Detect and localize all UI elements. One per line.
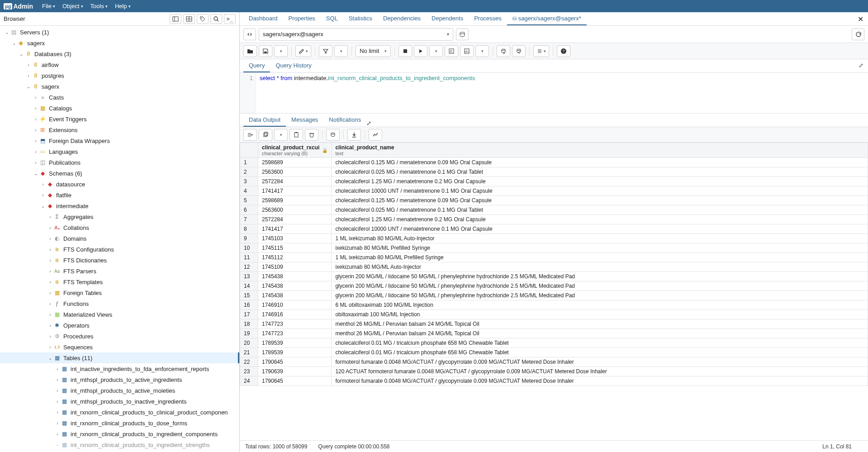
tree-toggle-icon[interactable]: › — [47, 247, 53, 252]
data-grid[interactable]: clinical_product_rxcui character varying… — [240, 143, 868, 386]
tree-toggle-icon[interactable]: › — [47, 214, 53, 219]
table-row[interactable]: 101745115ixekizumab 80 MG/ML Prefilled S… — [240, 243, 868, 253]
cell-product-name[interactable]: glycerin 200 MG/ML / lidocaine 50 MG/ML … — [332, 281, 868, 291]
editor-body[interactable]: select * from intermediate.int_rxnorm_cl… — [256, 73, 868, 113]
rollback-button[interactable] — [512, 45, 526, 57]
connection-status-icon[interactable] — [243, 29, 256, 40]
tree-toggle-icon[interactable]: ⌄ — [33, 171, 39, 176]
table-row[interactable]: 201789539cholecalciferol 0.01 MG / trica… — [240, 338, 868, 348]
cell-rxcui[interactable]: 1747723 — [258, 329, 332, 338]
tree-item[interactable]: ›int_rxnorm_clinical_products_to_ingredi… — [0, 439, 239, 450]
tab-statistics[interactable]: Statistics — [343, 12, 378, 25]
tree-toggle-icon[interactable]: › — [40, 193, 46, 198]
add-row-button[interactable] — [243, 129, 257, 141]
tree-item[interactable]: ›FTS Parsers — [0, 266, 239, 276]
table-row[interactable]: 171746916obiltoxaximab 100 MG/ML Injecti… — [240, 310, 868, 319]
cell-rxcui[interactable]: 1745438 — [258, 281, 332, 291]
table-row[interactable]: 211789539cholecalciferol 0.01 MG / trica… — [240, 348, 868, 357]
graph-visualize-button[interactable] — [369, 129, 382, 141]
tree-item[interactable]: ›FTS Dictionaries — [0, 255, 239, 266]
tree-toggle-icon[interactable]: › — [25, 62, 32, 67]
tree-item[interactable]: ›Operators — [0, 320, 239, 331]
tree-toggle-icon[interactable]: ⌄ — [47, 356, 53, 361]
cell-product-name[interactable]: cholecalciferol 0.125 MG / menatetrenone… — [332, 196, 868, 205]
tree-item[interactable]: ›Collations — [0, 222, 239, 233]
tree-item[interactable]: ›int_mthspl_products_to_active_moieties — [0, 385, 239, 396]
table-row[interactable]: 191747723menthol 26 MG/ML / Peruvian bal… — [240, 329, 868, 338]
tree-toggle-icon[interactable]: › — [33, 138, 39, 143]
tab-data-output[interactable]: Data Output — [243, 114, 286, 127]
tree-item[interactable]: ⌄Databases (3) — [0, 48, 239, 59]
macros-button[interactable]: ▾ — [533, 45, 549, 57]
cell-rxcui[interactable]: 2572284 — [258, 215, 332, 224]
table-row[interactable]: 1617469106 ML obiltoxaximab 100 MG/ML In… — [240, 300, 868, 310]
explain-analyze-button[interactable] — [460, 45, 474, 57]
menu-tools[interactable]: Tools▾ — [87, 1, 111, 11]
filter-dropdown[interactable]: ▾ — [334, 45, 348, 57]
tree-item[interactable]: ›Casts — [0, 92, 239, 103]
tree-toggle-icon[interactable]: › — [47, 323, 53, 328]
tree-item[interactable]: ›Foreign Data Wrappers — [0, 135, 239, 146]
cell-rxcui[interactable]: 1790645 — [258, 357, 332, 367]
cell-product-name[interactable]: 1 ML ixekizumab 80 MG/ML Prefilled Syrin… — [332, 253, 868, 262]
object-tree[interactable]: ⌄Servers (1)⌄sagerx⌄Databases (3)›airflo… — [0, 26, 239, 452]
cell-product-name[interactable]: cholecalciferol 1.25 MG / menatetrenone … — [332, 215, 868, 224]
connection-select[interactable]: sagerx/sagerx@sagerx ▾ — [259, 28, 453, 41]
tree-toggle-icon[interactable]: › — [47, 345, 53, 350]
table-row[interactable]: 141745438glycerin 200 MG/ML / lidocaine … — [240, 281, 868, 291]
cell-rxcui[interactable]: 1789539 — [258, 348, 332, 357]
cell-product-name[interactable]: glycerin 200 MG/ML / lidocaine 50 MG/ML … — [332, 272, 868, 281]
cell-rxcui[interactable]: 2563600 — [258, 205, 332, 215]
cell-rxcui[interactable]: 1745438 — [258, 272, 332, 281]
expand-output-button[interactable]: ⤢ — [366, 120, 371, 127]
paste-button[interactable] — [289, 129, 303, 141]
tree-item[interactable]: ›Languages — [0, 146, 239, 157]
cell-rxcui[interactable]: 1746916 — [258, 310, 332, 319]
tree-toggle-icon[interactable]: › — [54, 366, 61, 371]
cell-product-name[interactable]: 1 ML ixekizumab 80 MG/ML Auto-Injector — [332, 234, 868, 243]
copy-button[interactable] — [259, 129, 272, 141]
cell-product-name[interactable]: formoterol fumarate 0.0048 MG/ACTUAT / g… — [332, 357, 868, 367]
table-row[interactable]: 41741417cholecalciferol 10000 UNT / mena… — [240, 186, 868, 196]
table-row[interactable]: 917451031 ML ixekizumab 80 MG/ML Auto-In… — [240, 234, 868, 243]
column-header-name[interactable]: clinical_product_name text — [332, 143, 868, 158]
cell-product-name[interactable]: cholecalciferol 0.025 MG / menatetrenone… — [332, 167, 868, 177]
cell-rxcui[interactable]: 1745115 — [258, 243, 332, 253]
cell-rxcui[interactable]: 1745112 — [258, 253, 332, 262]
tab-query-history[interactable]: Query History — [270, 59, 317, 72]
tree-toggle-icon[interactable]: › — [33, 106, 39, 111]
cell-rxcui[interactable]: 1741417 — [258, 224, 332, 234]
help-button[interactable]: ? — [557, 45, 570, 57]
tree-item[interactable]: ›postgres — [0, 70, 239, 81]
table-row[interactable]: 221790645formoterol fumarate 0.0048 MG/A… — [240, 357, 868, 367]
tree-toggle-icon[interactable]: › — [33, 117, 39, 122]
explain-dropdown[interactable]: ▾ — [475, 45, 489, 57]
tab-dependencies[interactable]: Dependencies — [378, 12, 426, 25]
tree-item[interactable]: ⌄Schemas (6) — [0, 168, 239, 179]
filter-button[interactable] — [319, 45, 332, 57]
cell-product-name[interactable]: glycerin 200 MG/ML / lidocaine 50 MG/ML … — [332, 291, 868, 300]
tab-dependents[interactable]: Dependents — [426, 12, 469, 25]
cell-rxcui[interactable]: 2598689 — [258, 196, 332, 205]
cell-rxcui[interactable]: 2598689 — [258, 158, 332, 167]
cell-product-name[interactable]: cholecalciferol 0.025 MG / menatetrenone… — [332, 205, 868, 215]
cell-product-name[interactable]: menthol 26 MG/ML / Peruvian balsam 24 MG… — [332, 329, 868, 338]
cell-rxcui[interactable]: 1789539 — [258, 338, 332, 348]
commit-button[interactable] — [497, 45, 510, 57]
table-row[interactable]: 241790645formoterol fumarate 0.0048 MG/A… — [240, 376, 868, 386]
cell-rxcui[interactable]: 1741417 — [258, 186, 332, 196]
cell-product-name[interactable]: cholecalciferol 0.01 MG / tricalcium pho… — [332, 338, 868, 348]
tab-processes[interactable]: Processes — [469, 12, 507, 25]
cell-rxcui[interactable]: 2563600 — [258, 167, 332, 177]
tab-query-tool[interactable]: ⛁sagerx/sagerx@sagerx* — [507, 12, 587, 25]
download-button[interactable] — [347, 129, 361, 141]
cell-rxcui[interactable]: 2572284 — [258, 177, 332, 186]
expand-editor-button[interactable]: ⤢ — [859, 62, 863, 69]
tab-notifications[interactable]: Notifications — [323, 114, 366, 127]
tree-toggle-icon[interactable]: › — [47, 269, 53, 274]
cell-rxcui[interactable]: 1790645 — [258, 376, 332, 386]
cell-rxcui[interactable]: 1745109 — [258, 262, 332, 272]
table-row[interactable]: 22563600cholecalciferol 0.025 MG / menat… — [240, 167, 868, 177]
table-row[interactable]: 32572284cholecalciferol 1.25 MG / menate… — [240, 177, 868, 186]
new-connection-button[interactable] — [456, 29, 469, 40]
